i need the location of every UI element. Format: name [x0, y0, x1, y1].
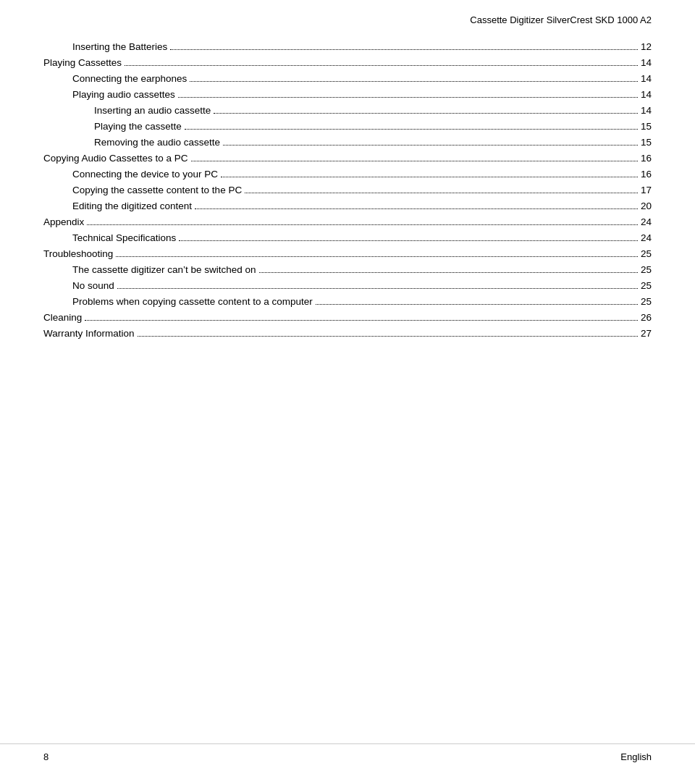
toc-dots: [191, 161, 638, 161]
toc-entry-inserting-audio-cassette: Inserting an audio cassette14: [43, 102, 652, 118]
toc-page: 24: [641, 216, 652, 227]
toc-entry-copying-cassette-content: Copying the cassette content to the PC17: [43, 182, 652, 198]
toc-page: 16: [641, 153, 652, 164]
toc-label: Removing the audio cassette: [94, 137, 220, 148]
toc-label: Inserting the Batteries: [72, 41, 167, 52]
toc-entry-technical-specs: Technical Specifications24: [43, 229, 652, 245]
toc-entry-playing-cassettes: Playing Cassettes14: [43, 54, 652, 70]
footer-page-number: 8: [43, 751, 49, 762]
toc-entry-no-sound: No sound25: [43, 277, 652, 293]
toc-entry-troubleshooting: Troubleshooting25: [43, 245, 652, 261]
toc-label: No sound: [72, 280, 114, 291]
toc-page: 15: [641, 137, 652, 148]
toc-page: 15: [641, 121, 652, 132]
toc-label: Problems when copying cassette content t…: [72, 296, 313, 307]
document-title: Cassette Digitizer SilverCrest SKD 1000 …: [470, 14, 652, 25]
toc-entry-editing-digitized: Editing the digitized content20: [43, 198, 652, 214]
toc-dots: [125, 65, 638, 66]
toc-entry-removing-audio-cassette: Removing the audio cassette15: [43, 134, 652, 150]
toc-dots: [190, 81, 638, 82]
toc-entry-warranty-info: Warranty Information27: [43, 325, 652, 341]
toc-dots: [245, 193, 638, 193]
toc-entry-cleaning: Cleaning26: [43, 309, 652, 325]
toc-dots: [221, 177, 638, 177]
toc-label: Connecting the earphones: [72, 73, 187, 84]
toc-label: Technical Specifications: [72, 232, 176, 243]
toc-dots: [316, 304, 638, 305]
toc-dots: [214, 113, 638, 114]
toc-page: 20: [641, 201, 652, 211]
toc-page: 14: [641, 89, 652, 100]
toc-page: 27: [641, 328, 652, 339]
toc-dots: [87, 224, 638, 225]
toc-page: 25: [641, 248, 652, 259]
toc-entry-problems-copying: Problems when copying cassette content t…: [43, 293, 652, 309]
toc-label: Appendix: [43, 216, 84, 227]
toc-entry-copying-audio-cassettes: Copying Audio Cassettes to a PC16: [43, 150, 652, 166]
page-container: Cassette Digitizer SilverCrest SKD 1000 …: [0, 0, 695, 784]
toc-label: Copying Audio Cassettes to a PC: [43, 153, 188, 164]
toc-page: 16: [641, 169, 652, 180]
toc-label: Warranty Information: [43, 328, 135, 339]
toc-page: 12: [641, 41, 652, 52]
toc-entry-connecting-earphones: Connecting the earphones14: [43, 70, 652, 86]
toc-label: Playing the cassette: [94, 121, 182, 132]
toc-label: Cleaning: [43, 312, 82, 323]
toc-dots: [85, 320, 638, 321]
toc-page: 24: [641, 232, 652, 243]
toc-page: 26: [641, 312, 652, 323]
toc-dots: [185, 129, 638, 130]
toc-dots: [170, 49, 638, 50]
toc-dots: [117, 288, 638, 289]
page-footer: 8 English: [0, 743, 695, 770]
toc-dots: [138, 336, 638, 337]
toc-entry-playing-the-cassette: Playing the cassette15: [43, 118, 652, 134]
table-of-contents: Inserting the Batteries12Playing Cassett…: [43, 38, 652, 341]
toc-page: 25: [641, 296, 652, 307]
toc-page: 25: [641, 264, 652, 275]
toc-entry-connecting-device: Connecting the device to your PC16: [43, 166, 652, 182]
toc-label: Playing Cassettes: [43, 57, 122, 68]
toc-page: 14: [641, 57, 652, 68]
toc-entry-appendix: Appendix24: [43, 214, 652, 229]
toc-dots: [178, 97, 638, 98]
toc-label: Playing audio cassettes: [72, 89, 175, 100]
toc-dots: [259, 272, 638, 273]
toc-dots: [195, 208, 638, 209]
toc-dots: [223, 145, 638, 146]
toc-entry-playing-audio-cassettes: Playing audio cassettes14: [43, 86, 652, 102]
toc-label: Copying the cassette content to the PC: [72, 185, 242, 195]
toc-dots: [179, 240, 638, 241]
toc-page: 25: [641, 280, 652, 291]
toc-label: Inserting an audio cassette: [94, 105, 211, 116]
toc-page: 14: [641, 105, 652, 116]
toc-entry-inserting-batteries: Inserting the Batteries12: [43, 38, 652, 54]
toc-page: 14: [641, 73, 652, 84]
toc-label: Troubleshooting: [43, 248, 113, 259]
toc-label: The cassette digitizer can’t be switched…: [72, 264, 256, 275]
toc-dots: [116, 256, 638, 257]
footer-language: English: [620, 751, 652, 762]
toc-label: Connecting the device to your PC: [72, 169, 218, 180]
toc-entry-cannot-switch-on: The cassette digitizer can’t be switched…: [43, 261, 652, 277]
toc-label: Editing the digitized content: [72, 201, 192, 211]
page-header: Cassette Digitizer SilverCrest SKD 1000 …: [43, 14, 652, 25]
toc-page: 17: [641, 185, 652, 195]
